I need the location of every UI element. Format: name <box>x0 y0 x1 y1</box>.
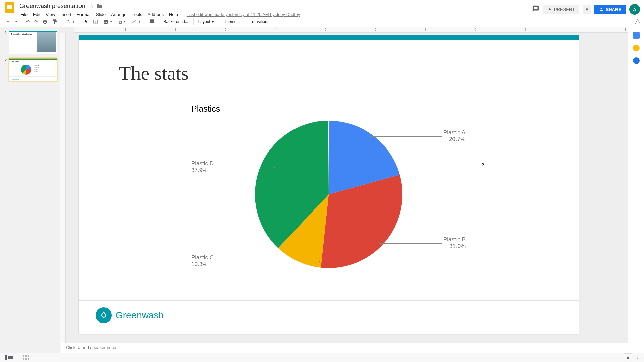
present-button[interactable]: PRESENT <box>543 5 579 14</box>
share-button[interactable]: SHARE <box>594 5 626 14</box>
brand-name: Greenwash <box>116 310 164 321</box>
image-tool[interactable]: ▼ <box>101 18 115 26</box>
svg-rect-7 <box>5 355 7 360</box>
new-slide-button[interactable]: ＋ <box>4 17 12 26</box>
select-tool[interactable] <box>82 18 90 25</box>
chart-title[interactable]: Plastics <box>191 104 220 114</box>
separator <box>193 18 194 25</box>
comment-tool[interactable] <box>147 18 157 26</box>
svg-rect-12 <box>23 358 24 360</box>
horizontal-ruler: 1234567891 <box>74 27 628 33</box>
mini-title: The stats <box>11 61 19 63</box>
line-tool[interactable]: ▼ <box>129 18 143 26</box>
mini-brand: ● Greenwash <box>11 78 19 80</box>
explore-button[interactable] <box>624 353 632 362</box>
leader-line <box>380 243 442 244</box>
slide-title[interactable]: The stats <box>119 62 189 84</box>
separator <box>159 18 159 25</box>
thumbnail-slide-1[interactable]: The problem with plastics <box>9 31 57 54</box>
thumb-number: 2 <box>3 58 7 81</box>
tasks-addon-icon[interactable] <box>633 57 640 64</box>
separator <box>62 18 62 25</box>
move-folder-icon[interactable] <box>97 3 102 9</box>
transition-button[interactable]: Transition... <box>247 18 273 25</box>
bottom-bar: › <box>0 353 644 362</box>
svg-line-6 <box>132 20 136 23</box>
vertical-ruler <box>60 33 66 353</box>
separator <box>145 18 145 25</box>
slide-accent-bar <box>79 35 579 40</box>
svg-rect-5 <box>119 21 121 23</box>
redo-button[interactable]: ↷ <box>32 18 40 25</box>
svg-rect-8 <box>8 356 13 359</box>
filmstrip-view-icon[interactable] <box>5 355 13 360</box>
leader-dot <box>274 167 275 168</box>
leader-line <box>219 262 320 262</box>
side-panel-toggle-icon[interactable]: › <box>637 355 639 361</box>
side-panel-rail <box>628 27 644 353</box>
calendar-addon-icon[interactable] <box>633 32 640 39</box>
account-avatar[interactable]: A <box>629 4 640 15</box>
brand-footer: Greenwash <box>79 300 579 330</box>
mini-pie-icon <box>21 65 31 75</box>
canvas-area[interactable]: 1234567891 The stats Plastics Plastic A2… <box>60 27 628 353</box>
separator <box>22 18 22 25</box>
pie-label-d: Plastic D37.9% <box>191 160 214 174</box>
svg-rect-11 <box>28 355 29 357</box>
mini-legend: Plastic APlastic BPlastic CPlastic D <box>34 65 39 73</box>
pie-label-b: Plastic B31.0% <box>443 236 466 250</box>
share-label: SHARE <box>606 7 621 12</box>
leader-line <box>369 136 442 137</box>
leader-dot <box>369 136 370 137</box>
shape-tool[interactable]: ▼ <box>115 18 128 25</box>
leader-dot <box>319 261 320 262</box>
thumb-number: 1 <box>3 31 7 54</box>
pie-chart[interactable] <box>255 121 402 268</box>
svg-rect-10 <box>25 355 27 357</box>
paint-format-button[interactable] <box>50 18 60 26</box>
new-slide-dropdown[interactable]: ▼ <box>13 19 20 25</box>
doc-title[interactable]: Greenwash presentation <box>18 2 87 10</box>
pie-label-c: Plastic C10.3% <box>191 254 214 268</box>
comments-icon[interactable] <box>532 5 539 14</box>
speaker-notes[interactable]: Click to add speaker notes <box>61 343 628 353</box>
svg-rect-14 <box>28 358 29 360</box>
mini-image <box>37 32 56 52</box>
mini-title: The problem with plastics <box>11 33 32 35</box>
svg-rect-13 <box>25 358 27 360</box>
present-label: PRESENT <box>554 7 575 12</box>
textbox-tool[interactable]: T <box>91 18 100 26</box>
undo-button[interactable]: ↶ <box>24 18 32 25</box>
background-button[interactable]: Background... <box>161 18 191 25</box>
leader-line <box>219 168 274 168</box>
star-icon[interactable]: ☆ <box>89 3 94 9</box>
svg-rect-1 <box>7 5 12 9</box>
zoom-button[interactable]: ▼ <box>64 18 77 25</box>
brand-logo-icon <box>96 307 112 323</box>
slide-canvas[interactable]: The stats Plastics Plastic A20.7% Plasti… <box>79 35 579 334</box>
leader-dot <box>379 243 381 244</box>
separator <box>245 18 245 25</box>
thumbnail-slide-2[interactable]: The stats Plastic APlastic BPlastic CPla… <box>9 58 57 81</box>
pie-label-a: Plastic A20.7% <box>443 129 465 143</box>
thumbnail-rail[interactable]: 1 The problem with plastics 2 The stats … <box>0 27 60 353</box>
print-button[interactable] <box>40 18 50 26</box>
collapse-toolbar-icon[interactable]: ╱╲ <box>635 19 640 24</box>
theme-button[interactable]: Theme... <box>221 18 243 25</box>
present-dropdown[interactable]: ▼ <box>583 5 591 14</box>
grid-view-icon[interactable] <box>23 355 30 360</box>
layout-button[interactable]: Layout ▼ <box>196 18 217 25</box>
slides-app-icon[interactable] <box>4 2 15 13</box>
svg-rect-9 <box>23 355 24 357</box>
keep-addon-icon[interactable] <box>633 45 640 51</box>
toolbar: ＋ ▼ ↶ ↷ ▼ T ▼ ▼ ▼ Background... Layout ▼… <box>0 16 644 27</box>
separator <box>219 18 219 25</box>
svg-text:T: T <box>95 20 97 23</box>
separator <box>79 18 79 25</box>
